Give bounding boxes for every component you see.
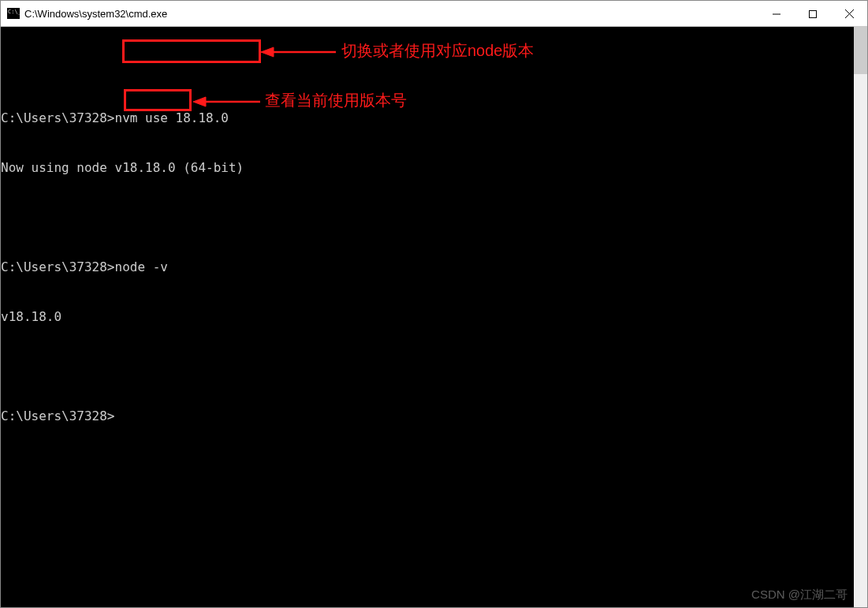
minimize-button[interactable] xyxy=(758,1,795,27)
watermark: CSDN @江湖二哥 xyxy=(751,586,848,602)
command-text: node -v xyxy=(115,259,168,274)
cmd-window: C:\Windows\system32\cmd.exe C:\Users\373… xyxy=(0,0,868,608)
scrollbar[interactable] xyxy=(854,27,867,607)
svg-marker-7 xyxy=(193,97,206,106)
window-title: C:\Windows\system32\cmd.exe xyxy=(24,8,167,20)
maximize-button[interactable] xyxy=(795,1,831,27)
window-controls xyxy=(758,1,867,27)
terminal-line: C:\Users\37328> xyxy=(1,408,854,424)
annotation-label: 切换或者使用对应node版本 xyxy=(341,43,535,59)
terminal-line: C:\Users\37328>node -v xyxy=(1,259,854,275)
terminal[interactable]: C:\Users\37328>nvm use 18.18.0 Now using… xyxy=(1,27,854,607)
prompt: C:\Users\37328> xyxy=(1,408,115,423)
close-icon xyxy=(845,9,854,18)
svg-rect-1 xyxy=(810,10,817,17)
scrollbar-thumb[interactable] xyxy=(854,27,867,74)
maximize-icon xyxy=(809,10,817,18)
prompt: C:\Users\37328> xyxy=(1,110,115,125)
minimize-icon xyxy=(773,10,780,18)
close-button[interactable] xyxy=(831,1,867,27)
arrow-icon xyxy=(261,44,340,60)
svg-marker-5 xyxy=(261,47,274,57)
arrow-icon xyxy=(193,94,264,110)
terminal-line: C:\Users\37328>nvm use 18.18.0 xyxy=(1,110,854,126)
terminal-container: C:\Users\37328>nvm use 18.18.0 Now using… xyxy=(1,27,867,607)
command-text: nvm use 18.18.0 xyxy=(115,110,229,125)
titlebar[interactable]: C:\Windows\system32\cmd.exe xyxy=(1,1,867,27)
terminal-output: Now using node v18.18.0 (64-bit) xyxy=(1,159,854,176)
terminal-output: v18.18.0 xyxy=(1,308,854,325)
annotation-label: 查看当前使用版本号 xyxy=(265,92,407,109)
annotation-box xyxy=(124,89,192,111)
cmd-icon xyxy=(7,8,20,19)
prompt: C:\Users\37328> xyxy=(1,259,115,274)
